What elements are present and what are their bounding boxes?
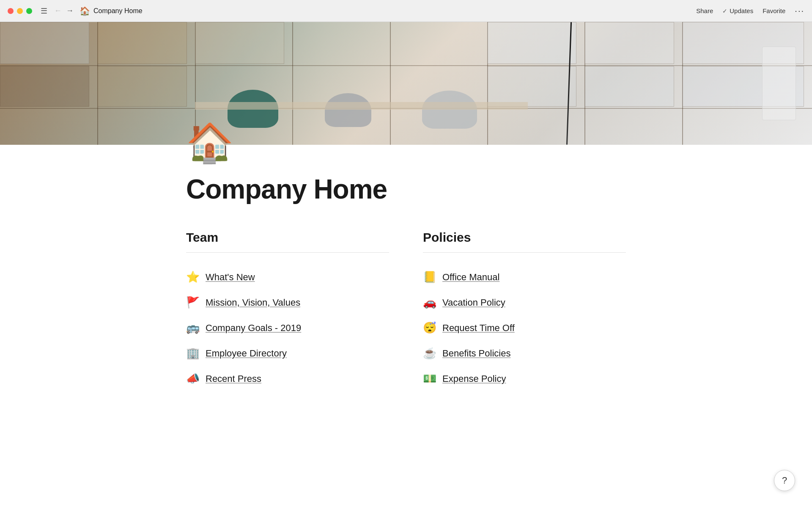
list-item[interactable]: 🚌 Company Goals - 2019: [186, 315, 389, 341]
favorite-button[interactable]: Favorite: [763, 7, 785, 14]
team-section-title: Team: [186, 230, 389, 245]
benefits-link[interactable]: Benefits Policies: [442, 348, 510, 359]
mission-link[interactable]: Mission, Vision, Values: [206, 297, 300, 308]
list-item[interactable]: 🏢 Employee Directory: [186, 341, 389, 366]
policies-divider: [423, 252, 626, 253]
mission-icon: 🚩: [186, 296, 200, 309]
team-section: Team ⭐ What's New 🚩 Mission, Vision, Val…: [186, 230, 389, 392]
page-title: Company Home: [93, 7, 143, 15]
page-content: 🏠 Company Home Team ⭐ What's New 🚩 Missi…: [110, 124, 702, 392]
page-heading: Company Home: [186, 174, 626, 205]
list-item[interactable]: ☕ Benefits Policies: [423, 341, 626, 366]
sections-grid: Team ⭐ What's New 🚩 Mission, Vision, Val…: [186, 230, 626, 392]
traffic-lights: [8, 8, 32, 14]
goals-link[interactable]: Company Goals - 2019: [206, 323, 301, 334]
vacation-icon: 🚗: [423, 296, 436, 309]
sidebar-toggle-button[interactable]: ☰: [41, 6, 47, 16]
titlebar-actions: Share ✓ Updates Favorite ···: [696, 6, 804, 16]
policies-link-list: 📒 Office Manual 🚗 Vacation Policy 😴 Requ…: [423, 265, 626, 392]
help-button[interactable]: ?: [774, 470, 795, 491]
updates-label: Updates: [730, 7, 753, 14]
list-item[interactable]: 🚗 Vacation Policy: [423, 290, 626, 315]
directory-link[interactable]: Employee Directory: [206, 348, 287, 359]
close-button[interactable]: [8, 8, 14, 14]
more-options-button[interactable]: ···: [795, 6, 804, 16]
whats-new-link[interactable]: What's New: [206, 272, 255, 283]
press-link[interactable]: Recent Press: [206, 373, 261, 384]
check-icon: ✓: [722, 8, 727, 14]
back-button[interactable]: ←: [54, 6, 62, 15]
timeoff-icon: 😴: [423, 321, 436, 334]
page-emoji-small: 🏠: [80, 6, 90, 16]
team-divider: [186, 252, 389, 253]
share-button[interactable]: Share: [696, 7, 713, 14]
forward-button[interactable]: →: [66, 6, 74, 15]
goals-icon: 🚌: [186, 321, 200, 334]
list-item[interactable]: ⭐ What's New: [186, 265, 389, 290]
updates-button[interactable]: ✓ Updates: [722, 7, 753, 14]
expense-icon: 💵: [423, 372, 436, 385]
press-icon: 📣: [186, 372, 200, 385]
timeoff-link[interactable]: Request Time Off: [442, 323, 515, 334]
team-link-list: ⭐ What's New 🚩 Mission, Vision, Values 🚌…: [186, 265, 389, 392]
benefits-icon: ☕: [423, 347, 436, 360]
list-item[interactable]: 😴 Request Time Off: [423, 315, 626, 341]
office-manual-icon: 📒: [423, 271, 436, 284]
policies-section: Policies 📒 Office Manual 🚗 Vacation Poli…: [423, 230, 626, 392]
breadcrumb: 🏠 Company Home: [80, 6, 143, 16]
vacation-link[interactable]: Vacation Policy: [442, 297, 505, 308]
maximize-button[interactable]: [26, 8, 32, 14]
list-item[interactable]: 📒 Office Manual: [423, 265, 626, 290]
list-item[interactable]: 💵 Expense Policy: [423, 366, 626, 392]
office-manual-link[interactable]: Office Manual: [442, 272, 499, 283]
page-icon: 🏠: [186, 124, 626, 162]
titlebar: ☰ ← → 🏠 Company Home Share ✓ Updates Fav…: [0, 0, 812, 22]
directory-icon: 🏢: [186, 347, 200, 360]
list-item[interactable]: 🚩 Mission, Vision, Values: [186, 290, 389, 315]
minimize-button[interactable]: [17, 8, 23, 14]
policies-section-title: Policies: [423, 230, 626, 245]
list-item[interactable]: 📣 Recent Press: [186, 366, 389, 392]
expense-link[interactable]: Expense Policy: [442, 373, 506, 384]
whats-new-icon: ⭐: [186, 271, 200, 284]
nav-arrows: ← →: [54, 6, 74, 15]
